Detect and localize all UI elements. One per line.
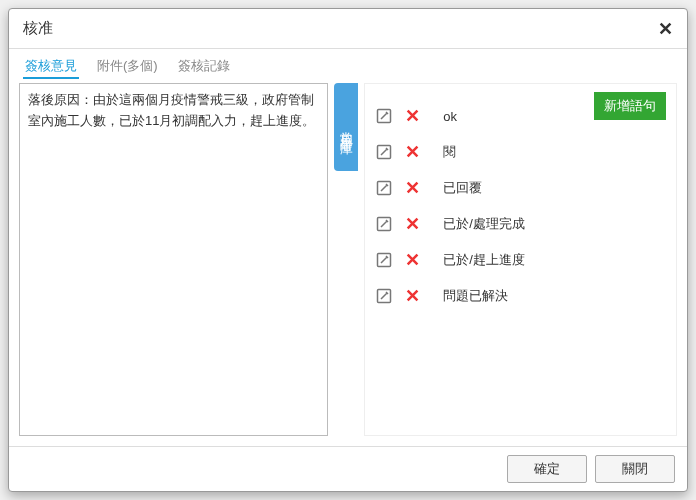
phrase-text[interactable]: 閱: [443, 143, 456, 161]
edit-icon[interactable]: [375, 215, 393, 233]
phrase-item: ✕ 已回覆: [375, 170, 666, 206]
phrase-text[interactable]: 問題已解決: [443, 287, 508, 305]
delete-icon[interactable]: ✕: [403, 287, 421, 305]
edit-icon[interactable]: [375, 287, 393, 305]
phrase-text[interactable]: 已於/處理完成: [443, 215, 525, 233]
phrase-panel: 新增語句 ✕ ok ✕ 閱: [364, 83, 677, 436]
opinion-textarea[interactable]: [19, 83, 328, 436]
tab-attachments[interactable]: 附件(多個): [95, 55, 160, 79]
opinion-textarea-wrap: [19, 83, 328, 436]
phrase-item: ✕ 已於/趕上進度: [375, 242, 666, 278]
phrase-text[interactable]: ok: [443, 109, 457, 124]
phrase-text[interactable]: 已回覆: [443, 179, 482, 197]
phrase-text[interactable]: 已於/趕上進度: [443, 251, 525, 269]
tab-history[interactable]: 簽核記錄: [176, 55, 232, 79]
edit-icon[interactable]: [375, 251, 393, 269]
modal-title: 核准: [23, 19, 53, 38]
content-row: 常用辭庫 新增語句 ✕ ok ✕: [19, 83, 677, 436]
modal-header: 核准 ✕: [9, 9, 687, 49]
modal-body: 簽核意見 附件(多個) 簽核記錄 常用辭庫 新增語句 ✕ ok: [9, 49, 687, 446]
delete-icon[interactable]: ✕: [403, 179, 421, 197]
delete-icon[interactable]: ✕: [403, 143, 421, 161]
phrase-list: ✕ ok ✕ 閱 ✕ 已: [375, 98, 666, 314]
phrase-item: ✕ 已於/處理完成: [375, 206, 666, 242]
tabs: 簽核意見 附件(多個) 簽核記錄: [19, 55, 677, 83]
edit-icon[interactable]: [375, 179, 393, 197]
delete-icon[interactable]: ✕: [403, 107, 421, 125]
delete-icon[interactable]: ✕: [403, 215, 421, 233]
approval-modal: 核准 ✕ 簽核意見 附件(多個) 簽核記錄 常用辭庫 新增語句 ✕: [8, 8, 688, 492]
tab-opinion[interactable]: 簽核意見: [23, 55, 79, 79]
edit-icon[interactable]: [375, 107, 393, 125]
close-button[interactable]: 關閉: [595, 455, 675, 483]
delete-icon[interactable]: ✕: [403, 251, 421, 269]
modal-footer: 確定 關閉: [9, 446, 687, 491]
phrase-library-tab[interactable]: 常用辭庫: [334, 83, 358, 171]
confirm-button[interactable]: 確定: [507, 455, 587, 483]
close-icon[interactable]: ✕: [658, 20, 673, 38]
phrase-item: ✕ 問題已解決: [375, 278, 666, 314]
phrase-item: ✕ 閱: [375, 134, 666, 170]
add-phrase-button[interactable]: 新增語句: [594, 92, 666, 120]
edit-icon[interactable]: [375, 143, 393, 161]
